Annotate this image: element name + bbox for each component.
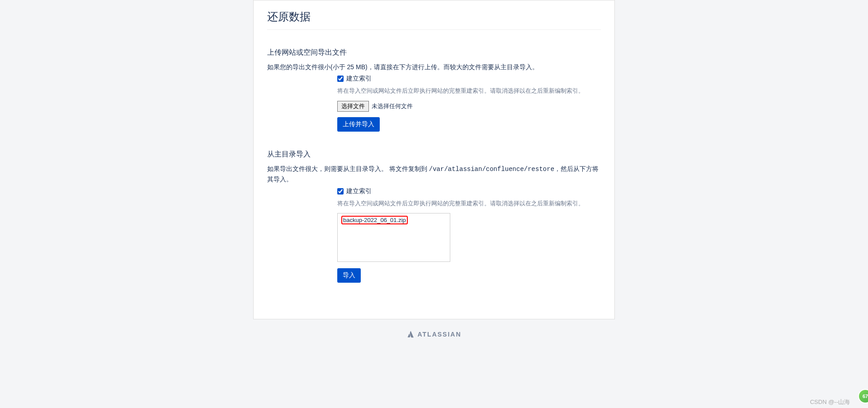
file-status-text: 未选择任何文件 bbox=[372, 102, 413, 110]
file-input-row: 选择文件 未选择任何文件 bbox=[337, 101, 601, 112]
import-desc-path: /var/atlassian/confluence/restore bbox=[429, 166, 554, 173]
import-desc-prefix: 如果导出文件很大，则需要从主目录导入。 将文件复制到 bbox=[267, 165, 429, 172]
upload-index-hint: 将在导入空间或网站文件后立即执行网站的完整重建索引。请取消选择以在之后重新编制索… bbox=[337, 86, 601, 95]
backup-file-name: backup-2022_06_01.zip bbox=[343, 217, 406, 223]
list-item[interactable]: backup-2022_06_01.zip bbox=[338, 213, 450, 227]
import-index-label: 建立索引 bbox=[346, 187, 372, 195]
upload-index-checkbox[interactable] bbox=[337, 76, 344, 82]
upload-import-button[interactable]: 上传并导入 bbox=[337, 117, 380, 132]
upload-section-title: 上传网站或空间导出文件 bbox=[267, 48, 601, 57]
backup-file-highlight: backup-2022_06_01.zip bbox=[341, 216, 408, 224]
footer: ATLASSIAN bbox=[0, 319, 868, 351]
page-title: 还原数据 bbox=[267, 9, 601, 30]
import-index-row: 建立索引 bbox=[337, 187, 601, 195]
upload-index-label: 建立索引 bbox=[346, 75, 372, 83]
choose-file-button[interactable]: 选择文件 bbox=[337, 101, 369, 112]
upload-index-row: 建立索引 bbox=[337, 75, 601, 83]
main-panel: 还原数据 上传网站或空间导出文件 如果您的导出文件很小(小于 25 MB)，请直… bbox=[253, 0, 615, 319]
import-section-desc: 如果导出文件很大，则需要从主目录导入。 将文件复制到 /var/atlassia… bbox=[267, 164, 601, 185]
import-index-checkbox[interactable] bbox=[337, 188, 344, 195]
restore-file-list[interactable]: backup-2022_06_01.zip bbox=[337, 213, 450, 262]
upload-section-desc: 如果您的导出文件很小(小于 25 MB)，请直接在下方进行上传。而较大的文件需要… bbox=[267, 62, 601, 72]
atlassian-icon bbox=[406, 330, 415, 338]
import-button[interactable]: 导入 bbox=[337, 268, 361, 283]
import-index-hint: 将在导入空间或网站文件后立即执行网站的完整重建索引。请取消选择以在之后重新编制索… bbox=[337, 199, 601, 208]
upload-section: 上传网站或空间导出文件 如果您的导出文件很小(小于 25 MB)，请直接在下方进… bbox=[267, 48, 601, 132]
footer-brand-text: ATLASSIAN bbox=[417, 331, 461, 338]
atlassian-logo: ATLASSIAN bbox=[406, 330, 461, 338]
import-section: 从主目录导入 如果导出文件很大，则需要从主目录导入。 将文件复制到 /var/a… bbox=[267, 150, 601, 283]
import-section-title: 从主目录导入 bbox=[267, 150, 601, 159]
